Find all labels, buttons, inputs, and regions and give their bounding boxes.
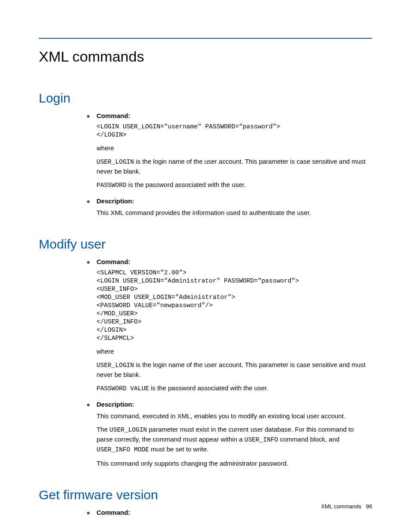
description-label: Description: [97, 197, 370, 205]
bullet-icon: ● [80, 508, 97, 520]
password-desc: PASSWORD is the password associated with… [97, 180, 370, 190]
inline-code: USER_LOGIN [109, 426, 147, 433]
user-login-desc: USER_LOGIN is the login name of the user… [97, 360, 370, 379]
where-label: where [97, 143, 370, 152]
description-text: This XML command provides the informatio… [97, 208, 370, 217]
text: is the login name of the user account. T… [97, 158, 366, 175]
text: must be set to write. [149, 445, 209, 453]
text: The [97, 426, 109, 433]
inline-code: USER_INFO MODE [97, 446, 149, 453]
footer-label: XML commands [321, 503, 361, 510]
text: command block, and [278, 436, 340, 443]
command-label: Command: [97, 258, 370, 266]
command-code: <SLAPMCL VERSION="2.00"> <LOGIN USER_LOG… [97, 269, 370, 342]
description-text-2: The USER_LOGIN parameter must exist in t… [97, 425, 370, 454]
top-rule [39, 38, 372, 39]
where-label: where [97, 347, 370, 356]
inline-code: USER_INFO [244, 436, 278, 443]
text: is the password associated with the user… [149, 384, 268, 392]
footer: XML commands 96 [321, 503, 372, 510]
section-heading-modify: Modify user [39, 237, 372, 252]
command-label: Command: [97, 112, 370, 120]
inline-code: PASSWORD VALUE [97, 385, 149, 392]
section-heading-login: Login [39, 91, 372, 106]
text: is the login name of the user account. T… [97, 361, 366, 378]
inline-code: PASSWORD [97, 182, 127, 189]
text: is the password associated with the user… [127, 181, 246, 188]
footer-page: 96 [366, 503, 372, 510]
password-value-desc: PASSWORD VALUE is the password associate… [97, 383, 370, 393]
section-heading-firmware: Get firmware version [39, 488, 372, 502]
description-text-3: This command only supports changing the … [97, 459, 370, 468]
command-label: Command: [97, 508, 370, 517]
bullet-icon: ● [80, 112, 97, 194]
bullet-icon: ● [80, 400, 97, 472]
inline-code: USER_LOGIN [97, 362, 134, 369]
bullet-icon: ● [80, 258, 97, 398]
description-text-1: This command, executed in XML, enables y… [97, 411, 370, 420]
page-title: XML commands [39, 48, 372, 65]
user-login-desc: USER_LOGIN is the login name of the user… [97, 157, 370, 176]
description-label: Description: [97, 400, 370, 409]
command-code: <LOGIN USER_LOGIN="username" PASSWORD="p… [97, 123, 370, 139]
inline-code: USER_LOGIN [97, 159, 134, 165]
bullet-icon: ● [80, 197, 97, 221]
